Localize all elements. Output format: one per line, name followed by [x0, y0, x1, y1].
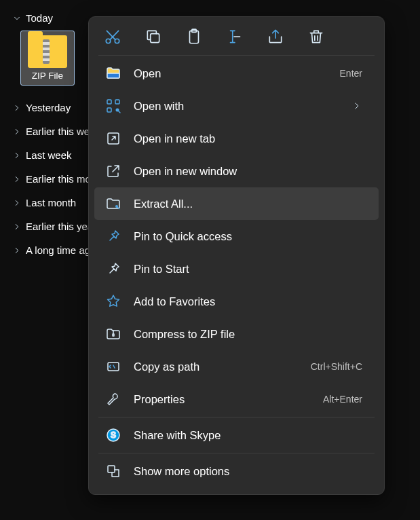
menu-item-extract-all[interactable]: Extract All...	[94, 187, 379, 220]
copy-button[interactable]	[145, 28, 162, 45]
menu-label: Open	[134, 67, 340, 80]
group-label: Today	[26, 12, 53, 24]
chevron-right-icon	[12, 174, 22, 184]
svg-rect-7	[115, 100, 119, 104]
paste-button[interactable]	[185, 28, 203, 45]
file-item-zip[interactable]: ZIP File	[20, 31, 75, 86]
pin-icon	[105, 228, 121, 244]
menu-item-add-favorites[interactable]: Add to Favorites	[94, 285, 379, 318]
more-options-icon	[105, 463, 121, 479]
new-window-icon	[105, 163, 121, 179]
menu-label: Open with	[134, 100, 351, 113]
chevron-right-icon	[12, 127, 22, 136]
menu-item-pin-start[interactable]: Pin to Start	[94, 253, 379, 285]
menu-label: Properties	[134, 393, 323, 406]
menu-item-properties[interactable]: Properties Alt+Enter	[94, 383, 379, 415]
separator	[98, 55, 375, 56]
chevron-right-icon	[12, 198, 22, 208]
menu-item-open-with[interactable]: Open with	[94, 90, 379, 122]
chevron-right-icon	[351, 100, 362, 111]
menu-label: Open in new tab	[134, 132, 362, 145]
chevron-right-icon	[12, 151, 22, 160]
svg-rect-6	[107, 100, 111, 104]
menu-label: Show more options	[134, 465, 362, 478]
cut-button[interactable]	[104, 28, 121, 45]
chevron-down-icon	[12, 14, 22, 23]
group-label: Last month	[26, 197, 76, 208]
context-menu: Open Enter Open with Open in new tab Ope…	[88, 16, 385, 495]
menu-item-open[interactable]: Open Enter	[94, 57, 379, 90]
svg-rect-8	[107, 108, 111, 112]
separator	[98, 417, 375, 417]
menu-item-open-new-window[interactable]: Open in new window	[94, 155, 379, 187]
delete-button[interactable]	[307, 28, 325, 45]
zip-folder-icon	[28, 35, 67, 68]
copy-path-icon	[105, 358, 121, 375]
svg-rect-2	[151, 34, 159, 43]
menu-item-pin-quick-access[interactable]: Pin to Quick access	[94, 220, 379, 253]
menu-shortcut: Alt+Enter	[323, 394, 362, 405]
menu-item-copy-path[interactable]: Copy as path Ctrl+Shift+C	[94, 350, 379, 383]
menu-label: Compress to ZIP file	[134, 328, 362, 341]
open-with-icon	[105, 98, 121, 114]
menu-label: Copy as path	[134, 360, 311, 373]
menu-label: Add to Favorites	[134, 295, 362, 308]
menu-item-compress-zip[interactable]: Compress to ZIP file	[94, 318, 379, 350]
rename-button[interactable]	[226, 28, 244, 45]
share-button[interactable]	[267, 28, 284, 45]
folder-icon	[105, 65, 121, 81]
menu-item-share-skype[interactable]: S Share with Skype	[94, 419, 379, 451]
group-label: A long time ago	[26, 244, 96, 256]
star-icon	[105, 293, 121, 310]
chevron-right-icon	[12, 246, 22, 255]
group-label: Yesterday	[26, 102, 71, 113]
chevron-right-icon	[12, 103, 22, 113]
menu-item-open-new-tab[interactable]: Open in new tab	[94, 122, 379, 155]
separator	[98, 453, 375, 453]
pin-start-icon	[105, 261, 121, 277]
skype-icon: S	[105, 427, 121, 443]
svg-rect-15	[108, 466, 115, 472]
svg-text:S: S	[111, 430, 116, 440]
menu-shortcut: Enter	[340, 68, 362, 79]
menu-label: Open in new window	[134, 165, 362, 178]
file-name-label: ZIP File	[32, 71, 63, 81]
properties-icon	[105, 391, 121, 407]
new-tab-icon	[105, 130, 121, 147]
menu-item-show-more[interactable]: Show more options	[94, 455, 379, 487]
zip-icon	[105, 326, 121, 342]
menu-label: Pin to Quick access	[134, 230, 362, 243]
group-label: Last week	[26, 149, 72, 161]
menu-label: Share with Skype	[134, 429, 362, 442]
menu-shortcut: Ctrl+Shift+C	[311, 361, 362, 372]
context-toolbar	[89, 18, 384, 54]
group-label: Earlier this year	[26, 221, 96, 232]
menu-label: Pin to Start	[134, 263, 362, 276]
svg-rect-5	[107, 73, 119, 78]
chevron-right-icon	[12, 222, 22, 231]
menu-label: Extract All...	[134, 198, 362, 210]
extract-icon	[105, 196, 121, 212]
